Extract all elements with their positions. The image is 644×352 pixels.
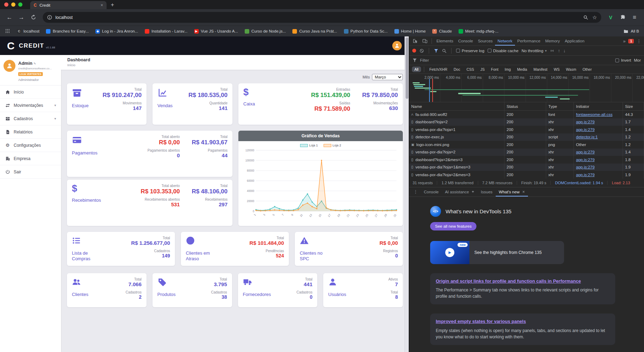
import-har-icon[interactable]: ↑ <box>558 48 560 53</box>
request-initiator[interactable]: app.js:279 <box>576 127 595 132</box>
devtools-tab-memory[interactable]: Memory <box>543 36 562 46</box>
bookmark-item[interactable]: *Claude <box>432 29 452 34</box>
devtools-tab-sources[interactable]: Sources <box>475 36 495 46</box>
sidebar-item-movimentac-o-es[interactable]: Movimentações▾ <box>0 99 61 112</box>
network-conditions-icon[interactable] <box>550 48 555 53</box>
video-thumbnail[interactable]: ▶ new <box>430 241 469 264</box>
filter-pill-all[interactable]: All <box>412 67 421 72</box>
header-avatar[interactable] <box>392 41 402 50</box>
network-timeline[interactable]: 2,000 ms4,000 ms6,000 ms8,000 ms10,000 m… <box>409 74 644 102</box>
tab-close-icon[interactable]: × <box>101 3 103 8</box>
page-scrollbar[interactable] <box>405 36 409 352</box>
drawer-menu-icon[interactable]: ⋮ <box>411 189 420 194</box>
drawer-tab-issues[interactable]: Issues <box>478 187 496 196</box>
card-vendas[interactable]: Vendas Total R$ 180.535,00 Quantidade 14… <box>152 83 232 125</box>
devtools-menu-icon[interactable]: ⋮ <box>637 39 641 44</box>
throttling-dropdown[interactable]: No throttling▾ <box>522 49 547 53</box>
browser-tab[interactable]: C Credit × <box>30 1 107 9</box>
invert-checkbox[interactable]: Invert <box>615 58 631 62</box>
column-name[interactable]: Name <box>409 102 504 110</box>
vue-extension-icon[interactable]: V <box>605 12 616 23</box>
filter-icon[interactable] <box>434 48 439 53</box>
request-initiator[interactable]: app.js:279 <box>576 165 595 169</box>
filter-pill-wasm[interactable]: Wasm <box>563 67 578 72</box>
avatar[interactable] <box>4 60 15 72</box>
network-request-row[interactable]: {}vendas-por-dia?loja=1&mes=3200xhrapp.j… <box>409 164 644 171</box>
window-controls[interactable] <box>4 2 22 7</box>
bookmark-item[interactable]: Curso Java na Prát... <box>292 29 337 34</box>
inspect-element-icon[interactable] <box>411 37 420 45</box>
close-window-button[interactable] <box>4 2 8 7</box>
card-clientes-spc[interactable]: Clientes no SPC Total R$ 0,00 Registros … <box>295 232 403 266</box>
request-initiator[interactable]: detector.js:1 <box>576 135 598 139</box>
filter-pill-ws[interactable]: WS <box>551 67 562 72</box>
column-size[interactable]: Size <box>623 102 644 110</box>
filter-pill-css[interactable]: CSS <box>464 67 477 72</box>
sidebar-item-cadastros[interactable]: Cadastros▾ <box>0 112 61 125</box>
bookmark-item[interactable]: Home | Home <box>394 29 426 34</box>
reload-button[interactable] <box>28 12 39 23</box>
preserve-log-checkbox[interactable]: Preserve log <box>456 49 484 53</box>
network-request-row[interactable]: {}dashboard?loja=2200xhrapp.js:2791.7 <box>409 118 644 126</box>
drawer-tab-console[interactable]: Console <box>421 187 442 196</box>
sidebar-item-configurac-o-es[interactable]: ⚙Configurações <box>0 139 61 152</box>
record-network-icon[interactable] <box>412 49 416 53</box>
bookmark-item[interactable]: Curso de Node.js... <box>245 29 286 34</box>
card-produtos[interactable]: Produtos Total 3.795 Cadastros 38 <box>152 273 232 307</box>
address-bar[interactable]: localhost ☆ <box>43 12 601 23</box>
close-drawer-tab-icon[interactable]: × <box>522 189 525 194</box>
play-icon[interactable]: ▶ <box>445 248 454 257</box>
request-initiator[interactable]: app.js:279 <box>576 158 595 162</box>
devtools-tab-console[interactable]: Console <box>456 36 475 46</box>
bookmark-item[interactable]: Meet: mdg-zfwq-... <box>459 29 499 34</box>
card-estoque[interactable]: Estoque Total R$ 910.247,00 Movimentos 1… <box>67 83 147 125</box>
card-lista-compras[interactable]: Lista de Compras Total R$ 1.256.677,00 C… <box>67 232 175 266</box>
export-har-icon[interactable]: ↓ <box>563 48 566 53</box>
more-filters-button[interactable]: Mor <box>634 58 641 62</box>
devtools-tab-application[interactable]: Application <box>562 36 587 46</box>
network-request-row[interactable]: ▣logo-icon-mini.png200pngOther1.2 <box>409 141 644 149</box>
request-initiator[interactable]: fontawesome-all.css <box>576 112 612 117</box>
back-button[interactable]: ← <box>4 12 15 23</box>
bookmark-item[interactable]: Installation - Larav... <box>145 29 188 34</box>
card-fornecedores[interactable]: Fornecedores Total 441 Cadastros 0 <box>238 273 318 307</box>
clear-network-icon[interactable] <box>419 48 424 53</box>
devtools-tab-elements[interactable]: Elements <box>434 36 456 46</box>
bookmark-star-icon[interactable]: ☆ <box>592 14 597 21</box>
filter-pill-media[interactable]: Media <box>515 67 530 72</box>
request-initiator[interactable]: app.js:279 <box>576 173 595 177</box>
devtools-tab-network[interactable]: Network <box>495 36 515 46</box>
edit-profile-icon[interactable]: ✎ <box>33 62 36 65</box>
whatsnew-section-link[interactable]: Origin and script links for profile and … <box>436 278 610 284</box>
card-recebimentos[interactable]: $ Recebimentos Total aberto R$ 103.353,0… <box>67 180 232 226</box>
column-initiator[interactable]: Initiator <box>574 102 623 110</box>
whatsnew-section-link[interactable]: Improved empty states for various panels <box>436 318 610 325</box>
network-request-row[interactable]: {}vendas-por-dia?loja=1200xhrapp.js:2791… <box>409 126 644 133</box>
request-initiator[interactable]: app.js:279 <box>576 150 595 154</box>
bookmark-item[interactable]: ◆Log in - Jira Anron... <box>95 29 138 34</box>
drawer-tab-what-s-new[interactable]: What's new× <box>496 187 528 196</box>
all-bookmarks-button[interactable]: All B <box>623 29 639 34</box>
minimize-window-button[interactable] <box>11 2 15 7</box>
bookmark-item[interactable]: ▶Vue JS - Usando A... <box>194 29 238 34</box>
column-status[interactable]: Status <box>504 102 546 110</box>
request-initiator[interactable]: app.js:279 <box>576 120 595 124</box>
maximize-window-button[interactable] <box>18 2 22 7</box>
device-toolbar-icon[interactable] <box>420 37 429 45</box>
sidebar-item-relato-rios[interactable]: Relatórios <box>0 125 61 139</box>
filter-pill-font[interactable]: Font <box>489 67 501 72</box>
error-count-badge[interactable]: 1 <box>628 39 634 43</box>
site-info-icon[interactable] <box>47 15 52 20</box>
filter-pill-fetch-xhr[interactable]: Fetch/XHR <box>427 67 450 72</box>
bookmark-item[interactable]: Clocalhost <box>17 29 39 34</box>
network-request-row[interactable]: {}dashboard?loja=2&mes=3200xhrapp.js:279… <box>409 156 644 164</box>
network-request-row[interactable]: Afa-solid-900.woff2200fontfontawesome-al… <box>409 111 644 118</box>
forward-button[interactable]: → <box>16 12 27 23</box>
network-request-row[interactable]: {}vendas-por-dia?loja=2&mes=3200xhrapp.j… <box>409 171 644 179</box>
scrollbar-thumb[interactable] <box>406 37 408 99</box>
card-usuarios[interactable]: Usuários Ativos 7 Total 8 <box>323 273 403 307</box>
more-tabs-icon[interactable]: » <box>623 39 625 44</box>
month-select[interactable]: Março <box>372 74 403 80</box>
see-all-features-button[interactable]: See all new features <box>430 222 476 230</box>
filter-pill-img[interactable]: Img <box>502 67 514 72</box>
